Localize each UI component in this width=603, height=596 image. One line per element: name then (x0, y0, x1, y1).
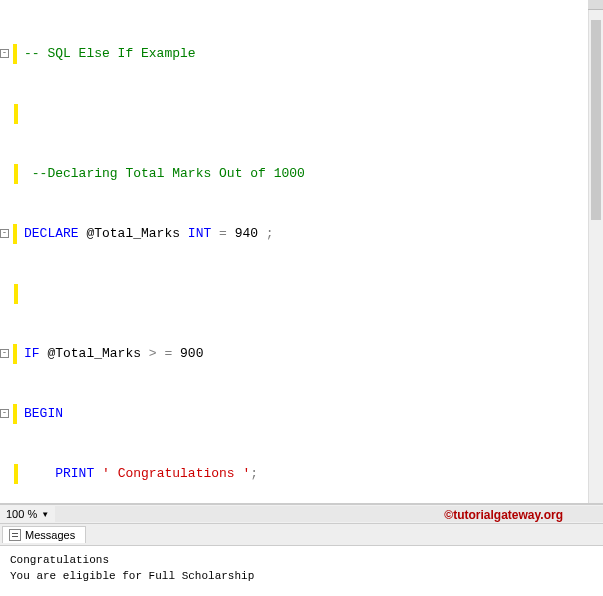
zoom-level: 100 % (6, 508, 37, 520)
fold-box-icon[interactable]: - (0, 49, 9, 58)
change-marker (13, 44, 17, 64)
split-handle-icon[interactable] (588, 0, 603, 10)
horizontal-scrollbar[interactable]: ©tutorialgateway.org (55, 506, 603, 522)
output-line: You are eligible for Full Scholarship (10, 568, 593, 584)
change-marker (13, 224, 17, 244)
messages-output[interactable]: Congratulations You are eligible for Ful… (0, 546, 603, 590)
output-line: Congratulations (10, 552, 593, 568)
change-marker (14, 464, 18, 484)
zoom-dropdown[interactable]: 100 % ▼ (4, 508, 51, 520)
fold-box-icon[interactable]: - (0, 409, 9, 418)
chevron-down-icon: ▼ (41, 510, 49, 519)
change-marker (13, 404, 17, 424)
fold-box-icon[interactable]: - (0, 229, 9, 238)
code-comment: -- SQL Else If Example (24, 46, 196, 61)
tab-messages[interactable]: Messages (2, 526, 86, 543)
fold-box-icon[interactable]: - (0, 349, 9, 358)
code-comment: --Declaring Total Marks Out of 1000 (32, 166, 305, 181)
results-tabs: Messages (0, 524, 603, 546)
watermark-text: ©tutorialgateway.org (444, 508, 563, 522)
change-marker (14, 284, 18, 304)
scrollbar-thumb[interactable] (591, 20, 601, 220)
messages-icon (9, 529, 21, 541)
tab-label: Messages (25, 529, 75, 541)
code-editor[interactable]: --- SQL Else If Example --Declaring Tota… (0, 0, 603, 504)
zoom-status-bar: 100 % ▼ ©tutorialgateway.org (0, 504, 603, 524)
change-marker (14, 104, 18, 124)
vertical-scrollbar[interactable] (588, 0, 603, 503)
change-marker (13, 344, 17, 364)
change-marker (14, 164, 18, 184)
